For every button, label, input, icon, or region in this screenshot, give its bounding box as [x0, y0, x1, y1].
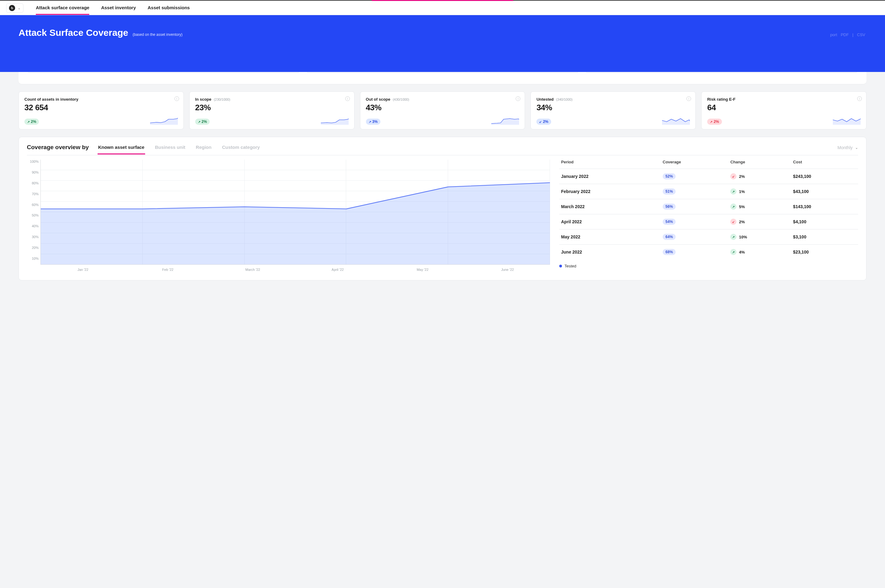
kpi-card: i Untested (340/1000) 34% ↙ 2%	[531, 92, 696, 129]
table-row: April 2022 54% ↙ 2% $4,100	[559, 214, 858, 230]
kpi-change-badge: ↗ 2%	[195, 118, 210, 125]
cell-cost: $243,100	[791, 169, 858, 184]
chevron-down-icon: ⌄	[18, 6, 21, 10]
col-change: Change	[729, 160, 791, 169]
coverage-chart: 100%90%80%70%60%50%40%30%20%10% Jan '22F…	[27, 160, 550, 272]
coverage-badge: 68%	[663, 249, 676, 255]
y-tick: 70%	[27, 192, 39, 196]
page-title: Attack Surface Coverage (based on the as…	[18, 27, 183, 38]
export-separator: |	[852, 32, 853, 37]
cell-cost: $143,100	[791, 199, 858, 214]
kpi-subtitle: (430/1000)	[393, 98, 409, 101]
top-accent-bar	[0, 0, 885, 1]
kpi-value: 34%	[536, 103, 690, 112]
table-row: May 2022 64% ↗ 10% $3,100	[559, 230, 858, 244]
arrow-icon: ↗	[198, 120, 200, 123]
cell-cost: $23,100	[791, 244, 858, 260]
granularity-value: Monthly	[837, 145, 853, 150]
x-tick: Jan '22	[40, 268, 125, 272]
tab-asset-submissions[interactable]: Asset submissions	[148, 1, 190, 15]
kpi-title: Out of scope	[366, 97, 390, 102]
y-tick: 10%	[27, 256, 39, 260]
panel-body: 100%90%80%70%60%50%40%30%20%10% Jan '22F…	[27, 160, 858, 272]
cell-cost: $3,100	[791, 230, 858, 244]
col-cost: Cost	[791, 160, 858, 169]
export-pdf-link[interactable]: PDF	[841, 32, 849, 37]
sparkline-icon	[833, 116, 861, 125]
hero-banner: Attack Surface Coverage (based on the as…	[0, 15, 885, 72]
chart-x-axis: Jan '22Feb '22March '22April '22May '22J…	[40, 268, 550, 272]
export-links: port PDF | CSV	[829, 32, 867, 37]
info-icon[interactable]: i	[857, 96, 862, 101]
cell-change: ↗ 4%	[729, 244, 791, 260]
overview-tab-custom-category[interactable]: Custom category	[221, 144, 261, 154]
kpi-change-badge: ↗ 2%	[24, 118, 39, 125]
sparkline-icon	[662, 116, 690, 125]
sparkline-icon	[491, 116, 519, 125]
kpi-title: Untested	[536, 97, 554, 102]
overview-tab-known-asset-surface[interactable]: Known asset surface	[98, 144, 145, 154]
export-csv-link[interactable]: CSV	[857, 32, 865, 37]
coverage-table-wrapper: Period Coverage Change Cost January 2022…	[559, 160, 858, 272]
y-tick: 90%	[27, 171, 39, 174]
col-period: Period	[559, 160, 661, 169]
y-tick: 100%	[27, 160, 39, 164]
kpi-card: i Risk rating E-F 64 ↗ 2%	[701, 92, 867, 129]
arrow-up-icon: ↗	[730, 188, 736, 195]
y-tick: 20%	[27, 246, 39, 249]
chevron-down-icon: ⌄	[855, 146, 858, 150]
kpi-change-badge: ↗ 2%	[707, 118, 722, 125]
arrow-icon: ↗	[27, 120, 30, 123]
y-tick: 40%	[27, 224, 39, 228]
table-header-row: Period Coverage Change Cost	[559, 160, 858, 169]
table-row: March 2022 56% ↗ 5% $143,100	[559, 199, 858, 214]
cell-coverage: 64%	[661, 230, 729, 244]
kpi-card: i Count of assets in inventory 32 654 ↗ …	[18, 92, 184, 129]
arrow-icon: ↙	[539, 120, 542, 123]
kpi-change-badge: ↗ 3%	[366, 118, 380, 125]
chart-svg	[41, 160, 550, 264]
panel-header: Coverage overview by Known asset surface…	[27, 144, 858, 155]
info-icon[interactable]: i	[516, 96, 520, 101]
page-subtitle: (based on the asset inventory)	[133, 32, 183, 37]
tab-asset-inventory[interactable]: Asset inventory	[101, 1, 136, 15]
cell-coverage: 52%	[661, 169, 729, 184]
coverage-overview-panel: Coverage overview by Known asset surface…	[18, 137, 867, 280]
kpi-card: i Out of scope (430/1000) 43% ↗ 3%	[360, 92, 525, 129]
cell-period: June 2022	[559, 244, 661, 260]
tab-attack-surface-coverage[interactable]: Attack surface coverage	[36, 1, 89, 15]
export-label: port	[830, 32, 837, 37]
coverage-table: Period Coverage Change Cost January 2022…	[559, 160, 858, 260]
arrow-up-icon: ↗	[730, 234, 736, 240]
overview-tab-region[interactable]: Region	[195, 144, 212, 154]
x-tick: May '22	[380, 268, 465, 272]
x-tick: June '22	[465, 268, 550, 272]
change-text: 4%	[739, 250, 745, 255]
kpi-value: 32 654	[24, 103, 178, 112]
arrow-icon: ↗	[369, 120, 371, 123]
overview-tab-business-unit[interactable]: Business unit	[154, 144, 186, 154]
change-text: 10%	[739, 235, 747, 239]
cell-period: March 2022	[559, 199, 661, 214]
x-tick: March '22	[210, 268, 295, 272]
cell-change: ↗ 5%	[729, 199, 791, 214]
granularity-select[interactable]: Monthly ⌄	[837, 145, 858, 154]
cell-cost: $4,100	[791, 214, 858, 230]
kpi-change-text: 2%	[714, 120, 719, 124]
info-icon[interactable]: i	[174, 96, 179, 101]
y-tick: 50%	[27, 213, 39, 217]
chart-plot-area	[40, 160, 550, 265]
sparkline-icon	[321, 116, 349, 125]
workspace-selector[interactable]: h ⌄	[6, 3, 24, 13]
kpi-value: 23%	[195, 103, 349, 112]
info-icon[interactable]: i	[345, 96, 350, 101]
col-coverage: Coverage	[661, 160, 729, 169]
info-icon[interactable]: i	[687, 96, 691, 101]
cell-period: February 2022	[559, 184, 661, 199]
coverage-badge: 64%	[663, 234, 676, 240]
x-tick: Feb '22	[125, 268, 210, 272]
x-tick: April '22	[295, 268, 380, 272]
cell-coverage: 56%	[661, 199, 729, 214]
table-row: January 2022 52% ↙ 2% $243,100	[559, 169, 858, 184]
cell-coverage: 54%	[661, 214, 729, 230]
